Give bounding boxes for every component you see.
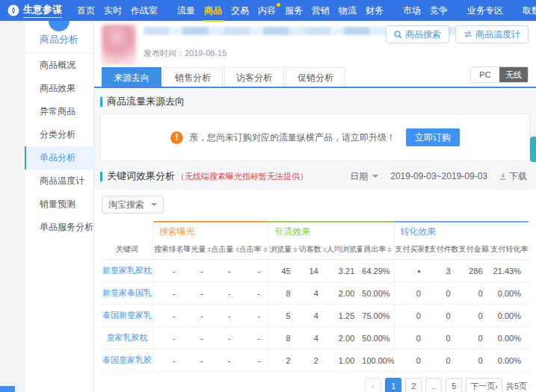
page-ellipsis: .. (425, 378, 442, 392)
product-search-label: 商品搜索 (405, 28, 441, 41)
date-range[interactable]: 2019-09-03~2019-09-03 (390, 171, 487, 181)
corner-decoration (0, 386, 15, 392)
device-pc-button[interactable]: PC (471, 67, 499, 82)
nav-item-service[interactable]: 服务 (285, 4, 303, 17)
col-clicks[interactable]: 点击量 (211, 240, 238, 260)
nav-item-logistics[interactable]: 物流 (339, 4, 357, 17)
download-icon (499, 172, 507, 180)
cell-pay-buyers: ▪ (394, 260, 428, 282)
col-search-rank[interactable]: 搜索排名 (153, 240, 183, 260)
cell-avg-views: 1.00 (326, 349, 363, 372)
flow-section-title: 商品流量来源去向 (107, 95, 185, 108)
nav-item-realtime[interactable]: 实时 (104, 4, 122, 17)
sidebar-item-thermometer[interactable]: 商品温度计 (25, 169, 93, 193)
nav-item-finance[interactable]: 财务 (366, 4, 383, 17)
product-thermometer-label: 商品温度计 (475, 28, 520, 41)
download-label: 下载 (509, 170, 527, 183)
keyword-link[interactable]: 新皇家泰国乳 (102, 282, 153, 305)
cell-bounce-rate: 64.29% (362, 260, 394, 282)
product-header: 发布时间：2019-08-15 商品搜索 商品温度计 (94, 21, 536, 67)
cell-bounce-rate: 100.00% (362, 349, 394, 372)
tab-source-destination[interactable]: 来源去向 (102, 67, 161, 87)
cell-exposure: - (182, 282, 210, 305)
col-pay-conversion[interactable]: 支付转化率 (490, 240, 529, 260)
product-search-button[interactable]: 商品搜索 (386, 25, 449, 43)
nav-item-content[interactable]: 内容 (258, 4, 276, 17)
group-header-row: 搜索曝光 引流效果 转化效果 (102, 222, 529, 240)
sort-icon (263, 247, 268, 252)
cell-pay-amount: 0 (458, 305, 490, 327)
nav-item-data-extract[interactable]: 取数 (523, 4, 536, 17)
col-pay-amount[interactable]: 支付金额 (458, 240, 490, 260)
cell-pay-items: 0 (428, 282, 458, 305)
group-header-conversion: 转化效果 (394, 222, 529, 240)
cell-pay-conversion: 21.43% (490, 260, 529, 282)
col-bounce-rate[interactable]: 跳出率 (362, 240, 394, 260)
cell-pageviews: 2 (268, 349, 298, 372)
table-row: 皇家乳胶枕 - - - - 8 4 2.00 50.00% 0 0 0 0.00… (102, 327, 529, 349)
tab-promotion-analysis[interactable]: 促销分析 (286, 67, 345, 87)
nav-item-warroom[interactable]: 作战室 (131, 4, 158, 17)
cell-pay-items: 0 (428, 349, 458, 372)
cell-avg-views: 1.25 (326, 305, 363, 327)
sort-icon (235, 247, 238, 252)
cell-exposure: - (182, 305, 210, 327)
date-dropdown[interactable]: 日期 (350, 170, 378, 183)
edge-feedback-tab[interactable] (530, 137, 536, 162)
page-5-button[interactable]: 5 (446, 378, 462, 392)
col-pay-items[interactable]: 支付件数 (428, 240, 458, 260)
sidebar-item-sales-forecast[interactable]: 销量预测 (25, 193, 93, 216)
cell-bounce-rate: 50.00% (362, 282, 394, 305)
sidebar-item-abnormal[interactable]: 异常商品 (25, 100, 93, 123)
keyword-link[interactable]: 泰国新皇家乳 (102, 305, 153, 327)
nav-item-traffic[interactable]: 流量 (177, 4, 195, 17)
col-pageviews[interactable]: 浏览量 (268, 240, 298, 260)
cell-pay-conversion: 0.00% (490, 282, 529, 305)
brand-name[interactable]: 生意参谋 (23, 3, 62, 18)
col-ctr[interactable]: 点击率 (238, 240, 268, 260)
sidebar-item-overview[interactable]: 商品概况 (25, 54, 93, 77)
keyword-section-title: 关键词效果分析 (107, 169, 175, 183)
nav-item-business-zone[interactable]: 业务专区 (467, 4, 503, 17)
download-button[interactable]: 下载 (499, 170, 527, 183)
cell-pay-items: 0 (428, 327, 458, 349)
app-logo-icon[interactable] (7, 4, 19, 16)
nav-item-trade[interactable]: 交易 (231, 4, 249, 17)
cell-bounce-rate: 50.00% (362, 327, 394, 349)
cell-pay-amount: 0 (458, 327, 490, 349)
col-exposure[interactable]: 曝光量 (182, 240, 210, 260)
sidebar-item-effect[interactable]: 商品效果 (25, 77, 93, 100)
keyword-section-note: （无线端搜索曝光指标暂无法提供） (176, 171, 308, 182)
col-visitors[interactable]: 访客数 (298, 240, 326, 260)
nav-item-goods[interactable]: 商品 (204, 4, 222, 17)
sidebar-item-single-item[interactable]: 单品分析 (25, 146, 93, 169)
cell-pay-buyers: 0 (394, 327, 428, 349)
nav-item-competition[interactable]: 竞争 (430, 4, 448, 17)
col-avg-views[interactable]: 人均浏览量 (326, 240, 363, 260)
device-wireless-button[interactable]: 无线 (499, 67, 528, 82)
cell-pay-buyers: 0 (394, 305, 428, 327)
page-2-button[interactable]: 2 (405, 378, 422, 392)
cell-search-rank: - (153, 327, 183, 349)
tab-sales-analysis[interactable]: 销售分析 (163, 67, 223, 87)
sidebar-item-service-analysis[interactable]: 单品服务分析 (25, 216, 93, 239)
order-now-button[interactable]: 立即订购 (406, 128, 460, 146)
cell-pay-buyers: 0 (394, 349, 428, 372)
col-keyword: 关键词 (102, 240, 153, 260)
nav-item-market[interactable]: 市场 (403, 4, 421, 17)
keyword-link[interactable]: 皇家乳胶枕 (102, 327, 153, 349)
page-prev-button[interactable]: ‹ (365, 378, 381, 392)
keyword-link[interactable]: 新皇家乳胶枕 (102, 260, 153, 282)
channel-filter-dropdown[interactable]: 淘宝搜索 (102, 196, 164, 214)
keyword-link[interactable]: 泰国皇家乳胶 (102, 349, 153, 372)
product-thermometer-button[interactable]: 商品温度计 (455, 25, 529, 43)
table-body: 新皇家乳胶枕 - - - - 45 14 3.21 64.29% ▪ 3 286… (102, 260, 529, 372)
nav-item-marketing[interactable]: 营销 (312, 4, 330, 17)
tab-visitor-analysis[interactable]: 访客分析 (224, 67, 284, 87)
page-1-button[interactable]: 1 (385, 378, 401, 392)
tab-bar: 来源去向 销售分析 访客分析 促销分析 PC 无线 (94, 67, 536, 88)
sidebar-item-category[interactable]: 分类分析 (25, 123, 93, 146)
nav-item-home[interactable]: 首页 (77, 4, 95, 17)
cell-search-rank: - (153, 260, 183, 282)
page-next-button[interactable]: 下一页› (466, 378, 502, 392)
